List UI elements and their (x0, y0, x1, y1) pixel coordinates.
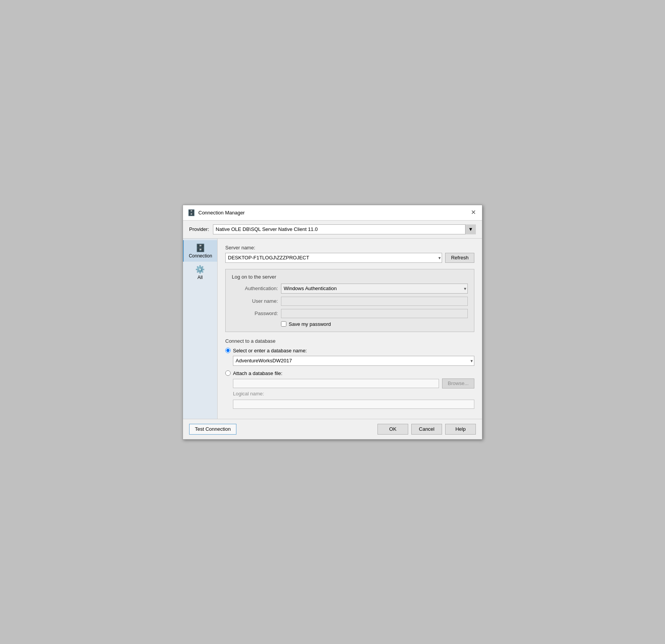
attach-db-input[interactable] (233, 379, 439, 388)
server-name-row: DESKTOP-F1TLOGJ\ZZZPROJECT ▼ Refresh (225, 253, 474, 263)
attach-db-label: Attach a database file: (233, 370, 283, 376)
logical-name-input-wrapper (233, 398, 474, 409)
sidebar-item-all-label: All (198, 275, 203, 280)
username-row: User name: (232, 297, 468, 306)
provider-bar: Provider: Native OLE DB\SQL Server Nativ… (183, 221, 482, 239)
close-button[interactable]: ✕ (469, 209, 477, 216)
authentication-row: Authentication: Windows Authentication S… (232, 284, 468, 294)
save-password-row: Save my password (281, 321, 468, 327)
attach-row: Browse... (233, 378, 474, 388)
authentication-select[interactable]: Windows Authentication SQL Server Authen… (281, 284, 468, 294)
title-bar-left: 🗄️ Connection Manager (188, 209, 245, 216)
ok-button[interactable]: OK (377, 424, 408, 435)
attach-db-radio[interactable] (225, 370, 231, 376)
all-icon: ⚙️ (195, 265, 205, 274)
browse-button[interactable]: Browse... (442, 378, 474, 388)
username-label: User name: (232, 298, 278, 304)
username-input[interactable] (281, 297, 468, 306)
title-bar: 🗄️ Connection Manager ✕ (183, 205, 482, 221)
connect-db-title: Connect to a database (225, 338, 474, 344)
logical-name-input[interactable] (233, 400, 474, 409)
password-row: Password: (232, 309, 468, 318)
password-input[interactable] (281, 309, 468, 318)
connection-panel: Server name: DESKTOP-F1TLOGJ\ZZZPROJECT … (218, 239, 482, 419)
footer-right: OK Cancel Help (377, 424, 476, 435)
cancel-button[interactable]: Cancel (411, 424, 442, 435)
sidebar-item-all[interactable]: ⚙️ All (183, 262, 217, 283)
window-title: Connection Manager (198, 210, 245, 216)
save-password-checkbox[interactable] (281, 321, 286, 327)
sidebar-item-connection-label: Connection (189, 253, 212, 259)
authentication-select-wrapper: Windows Authentication SQL Server Authen… (281, 284, 468, 294)
connect-db-section: Connect to a database Select or enter a … (225, 338, 474, 409)
password-label: Password: (232, 310, 278, 316)
provider-label: Provider: (189, 226, 209, 232)
db-name-select-wrapper: AdventureWorksDW2017 ▼ (233, 356, 474, 366)
sidebar-item-connection[interactable]: 🗄️ Connection (183, 240, 217, 262)
footer-left: Test Connection (189, 424, 236, 435)
connection-icon: 🗄️ (196, 243, 205, 252)
sidebar: 🗄️ Connection ⚙️ All (183, 239, 218, 419)
attach-db-radio-row: Attach a database file: (225, 370, 474, 376)
footer: Test Connection OK Cancel Help (183, 419, 482, 439)
select-db-radio-row: Select or enter a database name: (225, 348, 474, 354)
server-name-input-wrapper: DESKTOP-F1TLOGJ\ZZZPROJECT ▼ (225, 253, 442, 263)
server-name-select[interactable]: DESKTOP-F1TLOGJ\ZZZPROJECT (225, 253, 442, 263)
main-window: 🗄️ Connection Manager ✕ Provider: Native… (183, 205, 482, 440)
main-content: 🗄️ Connection ⚙️ All Server name: DESKTO… (183, 239, 482, 419)
logon-title: Log on to the server (232, 274, 468, 280)
select-db-radio[interactable] (225, 348, 231, 353)
logical-name-label: Logical name: (233, 391, 474, 397)
window-icon: 🗄️ (188, 209, 195, 216)
db-name-select[interactable]: AdventureWorksDW2017 (233, 356, 474, 366)
server-name-label: Server name: (225, 245, 474, 251)
help-button[interactable]: Help (445, 424, 476, 435)
provider-select-wrapper: Native OLE DB\SQL Server Native Client 1… (213, 224, 476, 234)
select-db-label: Select or enter a database name: (233, 348, 307, 354)
test-connection-button[interactable]: Test Connection (189, 424, 236, 435)
logon-group: Log on to the server Authentication: Win… (225, 269, 474, 332)
provider-select[interactable]: Native OLE DB\SQL Server Native Client 1… (213, 224, 476, 234)
authentication-label: Authentication: (232, 285, 278, 291)
refresh-button[interactable]: Refresh (445, 253, 474, 263)
save-password-label: Save my password (289, 321, 331, 327)
